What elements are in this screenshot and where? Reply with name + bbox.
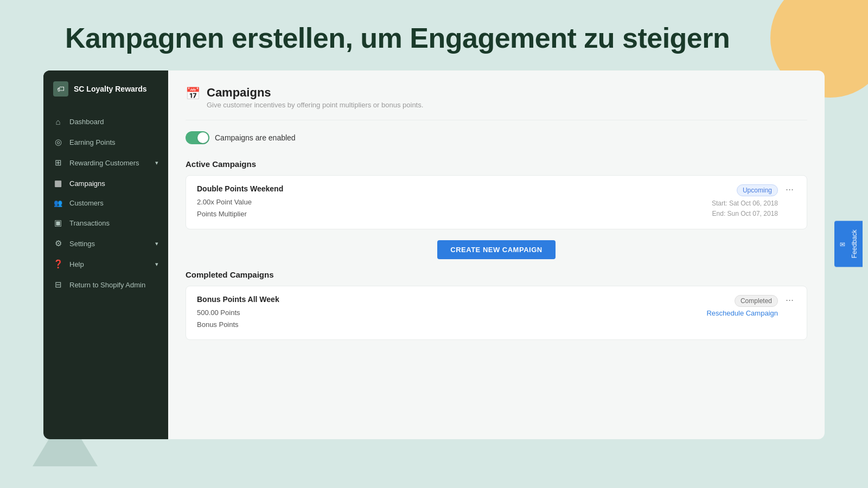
transactions-icon: ▣ [53,218,63,228]
campaigns-toggle[interactable] [186,131,209,144]
settings-icon: ⚙ [53,239,63,248]
campaign-right: Upcoming Start: Sat Oct 06, 2018 End: Su… [712,184,796,219]
completed-campaign-card-0: Bonus Points All Week 500.00 Points Bonu… [186,286,807,340]
completed-campaigns-title: Completed Campaigns [186,270,807,279]
brand-icon-glyph: 🏷 [57,85,65,93]
active-campaign-card-0: Double Points Weekend 2.00x Point Value … [186,175,807,229]
sidebar-item-label: Transactions [69,219,110,227]
chevron-down-icon: ▾ [155,261,158,268]
sidebar-item-settings[interactable]: ⚙ Settings ▾ [43,233,168,254]
feedback-icon: ✉ [839,240,846,248]
campaign-meta: Upcoming Start: Sat Oct 06, 2018 End: Su… [712,184,778,219]
reschedule-link[interactable]: Reschedule Campaign [706,309,778,317]
sidebar-item-label: Settings [69,240,95,248]
sidebar-item-transactions[interactable]: ▣ Transactions [43,213,168,233]
sidebar-nav: ⌂ Dashboard ◎ Earning Points ⊞ Rewarding… [43,107,168,299]
campaign-name: Double Points Weekend [197,184,283,193]
feedback-label: Feedback [851,230,858,259]
rewarding-icon: ⊞ [53,158,63,168]
sidebar-item-label: Rewarding Customers [69,159,139,167]
sidebar-brand: 🏷 SC Loyalty Rewards [43,70,168,107]
return-icon: ⊟ [53,280,63,290]
main-layout: 🏷 SC Loyalty Rewards ⌂ Dashboard ◎ Earni… [43,70,825,439]
status-badge-completed: Completed [735,295,778,307]
sidebar-item-label: Dashboard [69,118,104,126]
chevron-down-icon: ▾ [155,240,158,247]
sidebar-item-dashboard[interactable]: ⌂ Dashboard [43,112,168,132]
earning-icon: ◎ [53,137,63,147]
content-title: Campaigns [207,86,423,100]
campaigns-icon: ▦ [53,178,63,188]
brand-name: SC Loyalty Rewards [74,85,147,93]
campaign-detail-completed: 500.00 Points Bonus Points [197,307,279,331]
content-header: 📅 Campaigns Give customer incentives by … [186,86,807,109]
status-badge: Upcoming [737,184,778,196]
toggle-row: Campaigns are enabled [186,129,807,146]
sidebar-item-rewarding-customers[interactable]: ⊞ Rewarding Customers ▾ [43,152,168,173]
sidebar: 🏷 SC Loyalty Rewards ⌂ Dashboard ◎ Earni… [43,70,168,439]
campaign-right-completed: Completed Reschedule Campaign ··· [706,295,796,317]
campaign-card-inner-completed: Bonus Points All Week 500.00 Points Bonu… [197,295,796,331]
chevron-down-icon: ▾ [155,159,158,166]
campaign-more-button[interactable]: ··· [783,184,796,194]
create-btn-row: CREATE NEW CAMPAIGN [186,240,807,259]
page-heading: Kampagnen erstellen, um Engagement zu st… [65,22,868,54]
feedback-tab[interactable]: ✉ Feedback [834,221,863,267]
sidebar-item-label: Help [69,260,84,268]
content-header-text: Campaigns Give customer incentives by of… [207,86,423,109]
sidebar-item-label: Customers [69,199,104,207]
sidebar-item-earning-points[interactable]: ◎ Earning Points [43,132,168,152]
campaign-dates: Start: Sat Oct 06, 2018 End: Sun Oct 07,… [712,198,778,219]
home-icon: ⌂ [53,117,63,126]
sidebar-item-label: Campaigns [69,179,105,188]
campaign-card-inner: Double Points Weekend 2.00x Point Value … [197,184,796,220]
content-subtitle: Give customer incentives by offering poi… [207,101,423,109]
campaign-detail: 2.00x Point Value Points Multiplier [197,196,283,220]
help-icon: ❓ [53,259,63,269]
campaign-meta-completed: Completed Reschedule Campaign [706,295,778,317]
brand-icon: 🏷 [53,81,68,97]
sidebar-item-return-shopify[interactable]: ⊟ Return to Shopify Admin [43,274,168,295]
campaign-info-completed: Bonus Points All Week 500.00 Points Bonu… [197,295,279,331]
campaigns-header-icon: 📅 [186,87,200,101]
toggle-label: Campaigns are enabled [215,133,296,142]
sidebar-item-help[interactable]: ❓ Help ▾ [43,254,168,274]
campaign-more-button-completed[interactable]: ··· [783,295,796,305]
main-content: 📅 Campaigns Give customer incentives by … [168,70,825,439]
active-campaigns-title: Active Campaigns [186,159,807,169]
customers-icon: 👥 [53,199,63,207]
sidebar-item-label: Return to Shopify Admin [69,281,145,289]
divider [186,120,807,120]
page-header: Kampagnen erstellen, um Engagement zu st… [0,0,868,70]
create-campaign-button[interactable]: CREATE NEW CAMPAIGN [437,240,555,259]
campaign-name-completed: Bonus Points All Week [197,295,279,304]
sidebar-item-customers[interactable]: 👥 Customers [43,194,168,213]
campaign-info: Double Points Weekend 2.00x Point Value … [197,184,283,220]
sidebar-item-campaigns[interactable]: ▦ Campaigns [43,173,168,194]
sidebar-item-label: Earning Points [69,138,116,146]
